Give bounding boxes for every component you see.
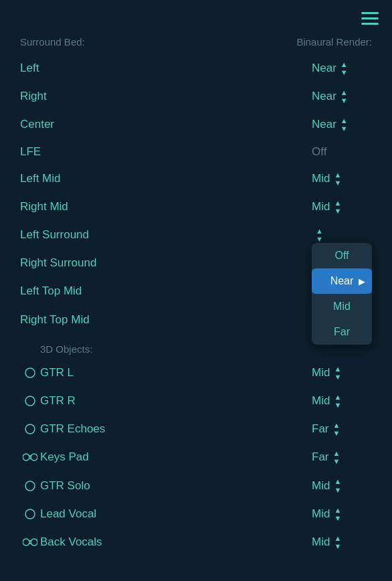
left-stepper[interactable]: ▲▼ bbox=[340, 60, 348, 76]
row-right-mid: Right Mid Mid ▲▼ bbox=[20, 193, 372, 221]
back-vocals-icon bbox=[20, 537, 40, 547]
left-value[interactable]: Near ▲▼ bbox=[312, 60, 372, 76]
keys-pad-label: Keys Pad bbox=[40, 450, 312, 464]
left-binaural: Near bbox=[312, 62, 336, 75]
left-mid-binaural: Mid bbox=[312, 172, 330, 185]
left-mid-stepper[interactable]: ▲▼ bbox=[334, 171, 341, 187]
center-stepper[interactable]: ▲▼ bbox=[340, 116, 348, 133]
lfe-value[interactable]: Off bbox=[312, 145, 372, 159]
dropdown-option-off[interactable]: Off bbox=[312, 243, 372, 268]
row-gtr-l: GTR L Mid ▲▼ bbox=[20, 359, 372, 387]
row-gtr-r: GTR R Mid ▲▼ bbox=[20, 387, 372, 415]
lead-vocal-binaural: Mid bbox=[312, 507, 330, 521]
row-gtr-echoes: GTR Echoes Far ▲▼ bbox=[20, 415, 372, 443]
gtr-solo-label: GTR Solo bbox=[40, 479, 312, 493]
dropdown-option-far[interactable]: Far bbox=[312, 319, 372, 345]
svg-point-13 bbox=[23, 539, 29, 546]
binaural-render-label: Binaural Render: bbox=[296, 36, 372, 48]
left-label: Left bbox=[20, 62, 39, 75]
right-binaural: Near bbox=[312, 90, 336, 103]
gtr-echoes-icon bbox=[20, 423, 40, 435]
svg-point-8 bbox=[31, 454, 37, 461]
row-back-vocals: Back Vocals Mid ▲▼ bbox=[20, 528, 372, 556]
back-vocals-label: Back Vocals bbox=[40, 535, 312, 549]
back-vocals-value[interactable]: Mid ▲▼ bbox=[312, 534, 372, 550]
menu-icon[interactable] bbox=[361, 12, 379, 29]
svg-point-5 bbox=[25, 396, 35, 406]
svg-point-6 bbox=[25, 424, 35, 434]
gtr-echoes-stepper[interactable]: ▲▼ bbox=[333, 421, 340, 437]
objects-section: 3D Objects: GTR L Mid ▲▼ GTR R Mid ▲▼ bbox=[20, 339, 372, 556]
keys-pad-icon bbox=[20, 452, 40, 462]
lead-vocal-label: Lead Vocal bbox=[40, 507, 312, 521]
right-value[interactable]: Near ▲▼ bbox=[312, 88, 372, 104]
svg-point-14 bbox=[31, 539, 37, 546]
header bbox=[0, 0, 392, 36]
keys-pad-value[interactable]: Far ▲▼ bbox=[312, 449, 372, 465]
left-mid-value[interactable]: Mid ▲▼ bbox=[312, 171, 372, 187]
center-binaural: Near bbox=[312, 118, 336, 131]
row-left: Left Near ▲▼ bbox=[20, 54, 372, 82]
row-gtr-solo: GTR Solo Mid ▲▼ bbox=[20, 471, 372, 499]
gtr-r-binaural: Mid bbox=[312, 394, 330, 408]
right-mid-binaural: Mid bbox=[312, 200, 330, 214]
left-top-mid-label: Left Top Mid bbox=[20, 284, 82, 298]
keys-pad-binaural: Far bbox=[312, 450, 329, 464]
right-stepper[interactable]: ▲▼ bbox=[340, 88, 348, 104]
dropdown-menu: Off Near ▶ Mid Far bbox=[312, 243, 372, 345]
right-mid-stepper[interactable]: ▲▼ bbox=[334, 199, 341, 215]
lfe-binaural: Off bbox=[312, 145, 326, 159]
svg-rect-2 bbox=[361, 23, 379, 25]
center-label: Center bbox=[20, 118, 54, 131]
gtr-l-binaural: Mid bbox=[312, 366, 330, 380]
gtr-echoes-label: GTR Echoes bbox=[40, 422, 312, 436]
row-right: Right Near ▲▼ bbox=[20, 82, 372, 110]
dropdown-option-mid[interactable]: Mid bbox=[312, 294, 372, 319]
center-value[interactable]: Near ▲▼ bbox=[312, 116, 372, 133]
gtr-solo-binaural: Mid bbox=[312, 479, 330, 493]
back-vocals-stepper[interactable]: ▲▼ bbox=[334, 534, 341, 550]
dropdown-option-near[interactable]: Near ▶ bbox=[312, 268, 372, 294]
left-surround-stepper[interactable]: ▲▼ bbox=[316, 227, 323, 243]
gtr-l-label: GTR L bbox=[40, 366, 312, 380]
svg-point-4 bbox=[25, 368, 35, 378]
gtr-solo-icon bbox=[20, 480, 40, 492]
gtr-r-value[interactable]: Mid ▲▼ bbox=[312, 393, 372, 409]
right-mid-label: Right Mid bbox=[20, 200, 68, 214]
binaural-dropdown[interactable]: Off Near ▶ Mid Far bbox=[312, 243, 372, 345]
svg-rect-3 bbox=[373, 12, 379, 14]
lfe-label: LFE bbox=[20, 145, 41, 159]
lead-vocal-icon bbox=[20, 508, 40, 520]
row-center: Center Near ▲▼ bbox=[20, 110, 372, 139]
main-content: Surround Bed: Binaural Render: Left Near… bbox=[0, 36, 392, 556]
row-keys-pad: Keys Pad Far ▲▼ bbox=[20, 443, 372, 471]
right-top-mid-label: Right Top Mid bbox=[20, 313, 90, 327]
gtr-l-stepper[interactable]: ▲▼ bbox=[334, 365, 341, 381]
svg-point-7 bbox=[23, 454, 29, 461]
gtr-r-label: GTR R bbox=[40, 394, 312, 408]
left-surround-label: Left Surround bbox=[20, 228, 89, 242]
right-mid-value[interactable]: Mid ▲▼ bbox=[312, 199, 372, 215]
gtr-solo-stepper[interactable]: ▲▼ bbox=[334, 477, 341, 493]
back-vocals-binaural: Mid bbox=[312, 535, 330, 549]
gtr-solo-value[interactable]: Mid ▲▼ bbox=[312, 477, 372, 493]
gtr-echoes-binaural: Far bbox=[312, 422, 329, 436]
svg-point-11 bbox=[25, 481, 35, 491]
gtr-r-icon bbox=[20, 395, 40, 407]
row-left-mid: Left Mid Mid ▲▼ bbox=[20, 165, 372, 193]
keys-pad-stepper[interactable]: ▲▼ bbox=[333, 449, 340, 465]
svg-point-12 bbox=[25, 509, 35, 519]
gtr-echoes-value[interactable]: Far ▲▼ bbox=[312, 421, 372, 437]
gtr-l-value[interactable]: Mid ▲▼ bbox=[312, 365, 372, 381]
row-left-surround: Left Surround ▲▼ Off Near ▶ Mid Far bbox=[20, 221, 372, 249]
gtr-l-icon bbox=[20, 367, 40, 379]
lead-vocal-stepper[interactable]: ▲▼ bbox=[334, 506, 341, 522]
lead-vocal-value[interactable]: Mid ▲▼ bbox=[312, 506, 372, 522]
row-lead-vocal: Lead Vocal Mid ▲▼ bbox=[20, 500, 372, 528]
right-label: Right bbox=[20, 90, 47, 103]
surround-bed-label: Surround Bed: bbox=[20, 36, 85, 48]
left-surround-value[interactable]: ▲▼ Off Near ▶ Mid Far bbox=[312, 227, 372, 243]
section-header: Surround Bed: Binaural Render: bbox=[20, 36, 372, 48]
gtr-r-stepper[interactable]: ▲▼ bbox=[334, 393, 341, 409]
left-mid-label: Left Mid bbox=[20, 172, 60, 185]
